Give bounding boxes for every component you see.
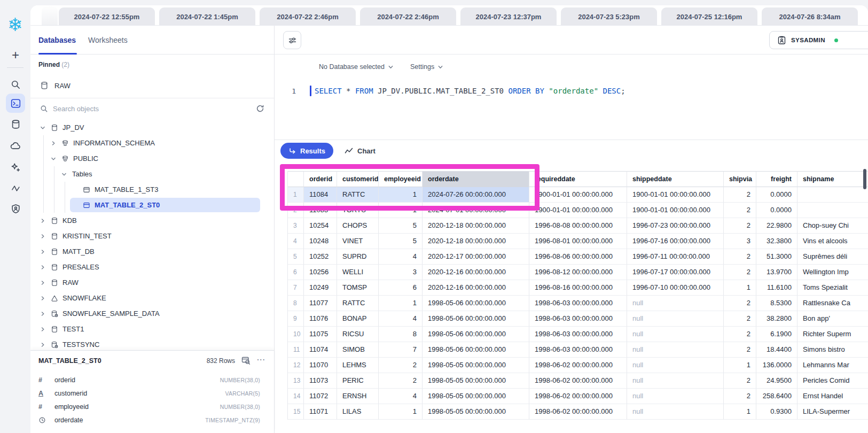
table-cell[interactable]: 2 <box>724 218 756 234</box>
table-cell[interactable]: 0.0000 <box>756 187 797 203</box>
admin-nav-button[interactable] <box>6 199 25 218</box>
table-cell[interactable]: 10256 <box>304 265 337 280</box>
chevron-down-icon[interactable] <box>61 172 72 177</box>
table-cell[interactable]: 1996-07-17 00:00:00.000 <box>627 265 724 280</box>
table-cell[interactable]: 1998-05-05 00:00:00.000 <box>423 373 529 389</box>
table-cell[interactable]: 2 <box>724 311 756 327</box>
database-selector[interactable]: No Database selected <box>319 55 394 79</box>
table-cell[interactable]: 11077 <box>304 296 337 311</box>
table-cell[interactable]: Toms Spezialit <box>797 280 868 296</box>
role-selector-button[interactable]: SYSADMIN <box>769 31 868 49</box>
activity-nav-button[interactable] <box>6 179 25 198</box>
worksheet-tab[interactable]: 2024-07-25 12:16pm <box>661 7 757 26</box>
table-cell[interactable]: 4 <box>379 311 423 327</box>
table-cell[interactable]: 1998-06-02 00:00:00.000 <box>529 389 627 404</box>
table-cell[interactable]: 2 <box>724 389 756 404</box>
chevron-down-icon[interactable] <box>51 156 61 161</box>
table-cell[interactable]: 2020-12-16 00:00:00.000 <box>423 265 529 280</box>
table-cell[interactable]: 11083 <box>304 203 337 218</box>
row-number-header[interactable] <box>288 171 304 187</box>
tree-item-raw[interactable]: RAW <box>30 275 274 290</box>
row-number-cell[interactable]: 13 <box>288 373 304 389</box>
column-header-employeeid[interactable]: employeeid <box>379 171 423 187</box>
table-cell[interactable]: PERIC <box>337 373 379 389</box>
worksheet-tab[interactable]: 2024-07-22 2:46pm <box>360 7 456 26</box>
table-cell[interactable]: Vins et alcools <box>797 234 868 249</box>
tree-item-test1[interactable]: TEST1 <box>30 321 274 337</box>
table-cell[interactable]: 2 <box>724 342 756 358</box>
table-cell[interactable]: 1900-01-01 00:00:00.000 <box>529 203 627 218</box>
table-cell[interactable]: 32.3800 <box>756 234 797 249</box>
table-cell[interactable]: 4 <box>379 249 423 265</box>
tree-item-public[interactable]: PUBLIC <box>30 151 274 166</box>
table-cell[interactable]: 13.9700 <box>756 265 797 280</box>
table-cell[interactable]: 2 <box>724 265 756 280</box>
column-header-orderid[interactable]: orderid <box>304 171 337 187</box>
chevron-right-icon[interactable] <box>40 342 51 347</box>
table-cell[interactable]: 2 <box>379 358 423 373</box>
sql-editor[interactable]: 1 SELECT * FROM JP_DV.PUBLIC.MAT_TABLE_2… <box>275 79 868 140</box>
table-cell[interactable]: 2020-12-16 00:00:00.000 <box>423 280 529 296</box>
table-cell[interactable]: 2 <box>724 327 756 342</box>
table-cell[interactable]: 11074 <box>304 342 337 358</box>
table-cell[interactable]: 1996-08-01 00:00:00.000 <box>529 234 627 249</box>
chevron-right-icon[interactable] <box>51 141 61 146</box>
worksheet-settings-button[interactable] <box>283 31 301 49</box>
table-cell[interactable]: TORTU <box>337 203 379 218</box>
table-cell[interactable]: 11072 <box>304 389 337 404</box>
worksheet-tab-blank[interactable] <box>42 6 58 26</box>
worksheet-tab[interactable]: 2024-07-26 8:34am <box>762 7 858 26</box>
row-number-cell[interactable]: 4 <box>288 234 304 249</box>
chevron-right-icon[interactable] <box>40 249 51 254</box>
table-cell[interactable]: 3 <box>724 234 756 249</box>
table-cell[interactable]: null <box>627 311 724 327</box>
table-cell[interactable]: 11076 <box>304 311 337 327</box>
chevron-right-icon[interactable] <box>40 311 51 316</box>
table-cell[interactable]: 51.3000 <box>756 249 797 265</box>
chart-tab-button[interactable]: Chart <box>345 143 376 159</box>
pinned-item-raw[interactable]: RAW <box>30 76 274 95</box>
tree-item-mat_table_2_st0[interactable]: MAT_TABLE_2_ST0 <box>30 197 274 213</box>
table-cell[interactable]: null <box>627 296 724 311</box>
column-header-freight[interactable]: freight <box>756 171 797 187</box>
row-number-cell[interactable]: 10 <box>288 327 304 342</box>
worksheet-tab[interactable]: 2024-07-22 12:55pm <box>59 7 155 26</box>
new-worksheet-button[interactable]: + <box>6 45 25 65</box>
table-cell[interactable]: 1 <box>724 280 756 296</box>
chevron-right-icon[interactable] <box>40 218 51 223</box>
table-cell[interactable]: LEHMS <box>337 358 379 373</box>
table-cell[interactable]: 258.6400 <box>756 389 797 404</box>
table-cell[interactable]: 1996-08-06 00:00:00.000 <box>529 249 627 265</box>
table-cell[interactable]: null <box>627 327 724 342</box>
table-cell[interactable]: 1998-06-02 00:00:00.000 <box>529 358 627 373</box>
search-objects-input[interactable] <box>53 105 256 113</box>
table-cell[interactable]: 10252 <box>304 249 337 265</box>
table-cell[interactable]: null <box>627 342 724 358</box>
ai-nav-button[interactable] <box>6 158 25 177</box>
table-cell[interactable]: 11.6100 <box>756 280 797 296</box>
settings-dropdown[interactable]: Settings <box>410 55 443 79</box>
table-cell[interactable]: 1998-06-02 00:00:00.000 <box>529 373 627 389</box>
table-cell[interactable]: 1 <box>379 203 423 218</box>
table-cell[interactable]: 2 <box>724 249 756 265</box>
table-cell[interactable]: 1 <box>379 187 423 203</box>
table-cell[interactable]: 1 <box>724 404 756 420</box>
table-cell[interactable]: CHOPS <box>337 218 379 234</box>
table-cell[interactable]: VINET <box>337 234 379 249</box>
table-cell[interactable]: null <box>627 373 724 389</box>
table-cell[interactable]: 1996-08-12 00:00:00.000 <box>529 265 627 280</box>
databases-nav-button[interactable] <box>6 114 25 134</box>
table-cell[interactable]: WELLI <box>337 265 379 280</box>
row-number-cell[interactable]: 3 <box>288 218 304 234</box>
row-number-cell[interactable]: 1 <box>288 187 304 203</box>
table-cell[interactable]: 2020-12-17 00:00:00.000 <box>423 249 529 265</box>
table-cell[interactable]: 10249 <box>304 280 337 296</box>
table-cell[interactable]: null <box>627 389 724 404</box>
search-nav-button[interactable] <box>6 75 25 94</box>
table-cell[interactable]: 8 <box>379 327 423 342</box>
tree-item-kdb[interactable]: KDB <box>30 213 274 228</box>
table-cell[interactable]: 1900-01-01 00:00:00.000 <box>627 187 724 203</box>
table-cell[interactable]: 6 <box>379 280 423 296</box>
table-cell[interactable]: 3 <box>379 265 423 280</box>
tree-item-information_schema[interactable]: INFORMATION_SCHEMA <box>30 135 274 151</box>
